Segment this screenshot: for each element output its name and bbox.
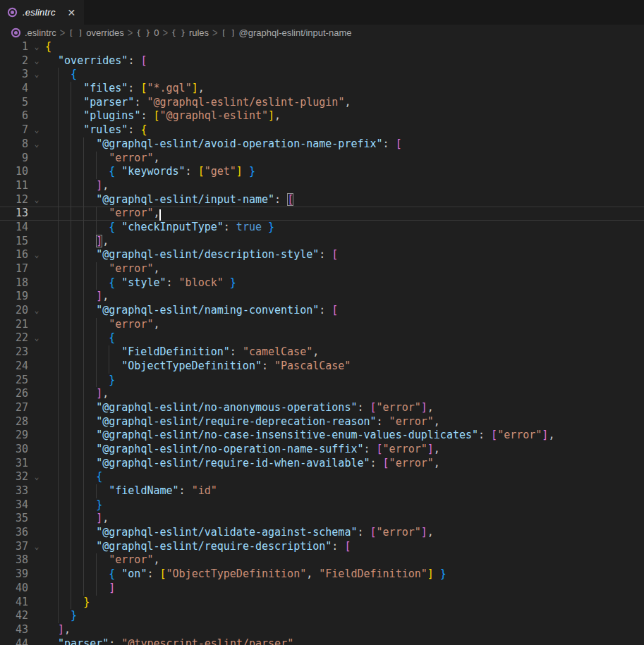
token: : <box>134 96 147 109</box>
code-line[interactable]: 37⌄"@graphql-eslint/require-description"… <box>0 540 644 554</box>
token: , <box>64 623 71 636</box>
code-line[interactable]: 39{ "on": ["ObjectTypeDefinition", "Fiel… <box>0 567 644 582</box>
token: [ <box>491 429 497 441</box>
breadcrumb-item[interactable]: { }rules <box>171 27 209 38</box>
fold-chevron-icon[interactable]: ⌄ <box>28 540 45 554</box>
code-line[interactable]: 18{ "style": "block" } <box>0 276 644 290</box>
code-line[interactable]: 4"files": ["*.gql"], <box>0 82 644 96</box>
code-line[interactable]: 5"parser": "@graphql-eslint/eslint-plugi… <box>0 96 644 110</box>
token: "@graphql-eslint/no-operation-name-suffi… <box>96 443 363 455</box>
code-line[interactable]: 2⌄"overrides": [ <box>0 54 644 68</box>
fold-chevron-icon[interactable]: ⌄ <box>28 470 45 484</box>
breadcrumb-item[interactable]: [ ]overrides <box>68 27 123 38</box>
token: [ <box>332 304 338 317</box>
indent-guide <box>83 401 96 415</box>
code-line[interactable]: 9"error", <box>0 152 644 166</box>
fold-chevron-icon[interactable]: ⌄ <box>28 40 45 54</box>
code-line[interactable]: 32⌄{ <box>0 470 644 484</box>
code-line[interactable]: 31"@graphql-eslint/require-id-when-avail… <box>0 457 644 471</box>
code-line[interactable]: 43], <box>0 623 644 637</box>
code-line[interactable]: 26], <box>0 387 644 401</box>
code-line[interactable]: 41} <box>0 596 644 610</box>
line-number: 13 <box>0 207 28 221</box>
code-line[interactable]: 28"@graphql-eslint/require-deprecation-r… <box>0 415 644 429</box>
fold-chevron-icon[interactable]: ⌄ <box>28 331 45 345</box>
fold-chevron-icon[interactable]: ⌄ <box>28 123 45 137</box>
code-line[interactable]: 20⌄"@graphql-eslint/naming-convention": … <box>0 304 644 318</box>
code-line[interactable]: 40] <box>0 582 644 596</box>
symbol-object-icon: { } <box>171 28 186 37</box>
code-line[interactable]: 10{ "keywords": ["get"] } <box>0 165 644 179</box>
token: "files" <box>83 82 128 94</box>
code-text: ], <box>45 623 644 637</box>
indent-guide <box>58 596 71 610</box>
breadcrumb-label: rules <box>189 27 209 38</box>
code-line[interactable]: 25} <box>0 374 644 388</box>
code-line[interactable]: 11], <box>0 179 644 193</box>
code-line[interactable]: 22⌄{ <box>0 331 644 345</box>
fold-chevron-icon[interactable]: ⌄ <box>28 304 45 318</box>
symbol-array-icon: [ ] <box>68 28 83 37</box>
fold-gutter <box>28 582 45 596</box>
code-line[interactable]: 3⌄{ <box>0 68 644 82</box>
code-line[interactable]: 24"ObjectTypeDefinition": "PascalCase" <box>0 360 644 374</box>
breadcrumb-item[interactable]: { }0 <box>136 27 159 38</box>
code-text: "overrides": [ <box>45 54 644 68</box>
code-line[interactable]: 8⌄"@graphql-eslint/avoid-operation-name-… <box>0 137 644 152</box>
token: ] <box>421 526 427 539</box>
code-line[interactable]: 34} <box>0 498 644 512</box>
code-line[interactable]: 44"parser": "@typescript-eslint/parser", <box>0 637 644 645</box>
close-icon[interactable]: ✕ <box>68 8 76 18</box>
code-line[interactable]: 36"@graphql-eslint/validate-against-sche… <box>0 526 644 540</box>
indent-guide <box>45 609 58 623</box>
code-line[interactable]: 21"error", <box>0 318 644 332</box>
indent-guide <box>71 318 83 332</box>
code-text: "FieldDefinition": "camelCase", <box>45 345 644 360</box>
fold-chevron-icon[interactable]: ⌄ <box>28 193 45 207</box>
code-line[interactable]: 30"@graphql-eslint/no-operation-name-suf… <box>0 443 644 457</box>
indent-guide <box>109 345 121 360</box>
code-line[interactable]: 12⌄"@graphql-eslint/input-name": [ <box>0 193 644 207</box>
code-line[interactable]: 42} <box>0 609 644 623</box>
code-text: "error", <box>45 318 644 332</box>
code-line[interactable]: 23"FieldDefinition": "camelCase", <box>0 345 644 360</box>
indent-guide <box>58 290 71 304</box>
token: , <box>293 637 300 645</box>
code-line[interactable]: 33"fieldName": "id" <box>0 484 644 498</box>
code-text: "@graphql-eslint/validate-against-schema… <box>45 526 644 540</box>
fold-gutter <box>28 637 45 645</box>
code-line[interactable]: 13"error", <box>0 207 644 221</box>
token: : <box>262 360 274 372</box>
code-line[interactable]: 15], <box>0 235 644 249</box>
breadcrumb-item[interactable]: .eslintrc <box>11 27 56 38</box>
code-line[interactable]: 38"error", <box>0 553 644 567</box>
code-line[interactable]: 16⌄"@graphql-eslint/description-style": … <box>0 248 644 262</box>
token: : <box>147 567 159 580</box>
fold-chevron-icon[interactable]: ⌄ <box>28 54 45 68</box>
code-line[interactable]: 1⌄{ <box>0 40 644 54</box>
fold-chevron-icon[interactable]: ⌄ <box>28 248 45 262</box>
code-line[interactable]: 35], <box>0 512 644 526</box>
code-text: "@graphql-eslint/require-description": [ <box>45 540 644 554</box>
code-line[interactable]: 27"@graphql-eslint/no-anonymous-operatio… <box>0 401 644 415</box>
code-line[interactable]: 29"@graphql-eslint/no-case-insensitive-e… <box>0 429 644 443</box>
line-number: 9 <box>0 152 28 166</box>
code-line[interactable]: 7⌄"rules": { <box>0 123 644 137</box>
code-line[interactable]: 17"error", <box>0 262 644 276</box>
indent-guide <box>96 553 109 567</box>
fold-gutter <box>28 290 45 304</box>
tab-eslintrc[interactable]: .eslintrc ✕ <box>0 0 84 25</box>
code-line[interactable]: 19], <box>0 290 644 304</box>
breadcrumb-item[interactable]: [ ]@graphql-eslint/input-name <box>221 27 352 38</box>
code-line[interactable]: 14{ "checkInputType": true } <box>0 221 644 235</box>
code-text: "error", <box>45 262 644 276</box>
token: "FieldDefinition" <box>319 567 427 580</box>
breadcrumb-separator-icon: > <box>162 26 168 39</box>
code-editor[interactable]: 1⌄{2⌄"overrides": [3⌄{4"files": ["*.gql"… <box>0 40 644 645</box>
code-text: "@graphql-eslint/naming-convention": [ <box>45 304 644 318</box>
fold-chevron-icon[interactable]: ⌄ <box>28 68 45 82</box>
fold-chevron-icon[interactable]: ⌄ <box>28 137 45 152</box>
code-line[interactable]: 6"plugins": ["@graphql-eslint"], <box>0 109 644 123</box>
line-number: 41 <box>0 596 28 610</box>
indent-guide <box>58 498 71 512</box>
